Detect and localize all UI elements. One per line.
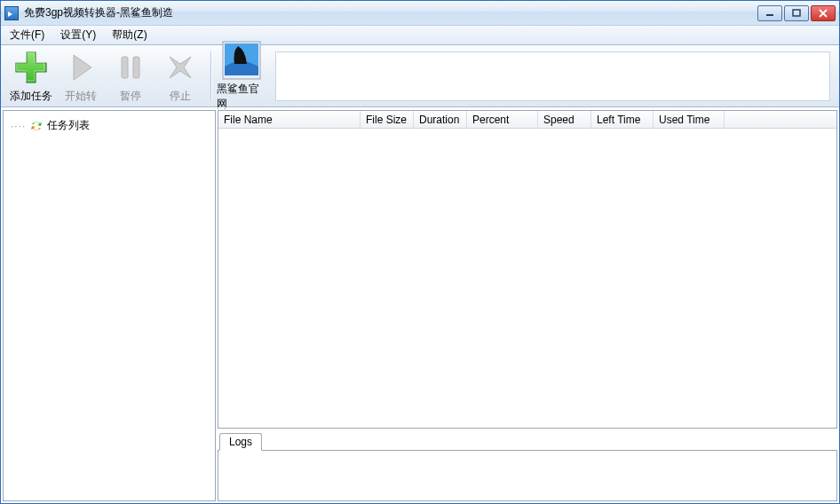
stop-icon xyxy=(161,48,200,87)
refresh-icon xyxy=(29,120,44,132)
official-site-button[interactable]: 黑鲨鱼官网 xyxy=(217,39,266,114)
main-area: ···· 任务列表 File Name File Size Duration P… xyxy=(1,107,839,503)
sidebar: ···· 任务列表 xyxy=(3,110,216,501)
toolbar: 添加任务 开始转 暂停 xyxy=(1,45,839,107)
start-button[interactable]: 开始转 xyxy=(56,46,106,106)
stop-label: 停止 xyxy=(170,89,191,104)
svg-rect-1 xyxy=(793,10,800,16)
window-controls xyxy=(757,5,836,21)
maximize-button[interactable] xyxy=(784,5,809,21)
start-label: 开始转 xyxy=(65,89,97,104)
svg-rect-0 xyxy=(766,14,773,16)
tree-row-task-list[interactable]: ···· 任务列表 xyxy=(7,116,211,135)
col-percent[interactable]: Percent xyxy=(467,111,538,128)
col-duration[interactable]: Duration xyxy=(414,111,467,128)
add-task-button[interactable]: 添加任务 xyxy=(6,46,56,106)
menu-settings[interactable]: 设置(Y) xyxy=(55,26,101,44)
pause-button[interactable]: 暂停 xyxy=(106,46,155,106)
minimize-icon xyxy=(765,9,774,18)
tree-connector: ···· xyxy=(11,120,26,132)
table-header: File Name File Size Duration Percent Spe… xyxy=(218,111,836,129)
col-file-name[interactable]: File Name xyxy=(218,111,361,128)
app-window: 免费3gp视频转换器-黑鲨鱼制造 文件(F) 设置(Y) 帮助(Z) xyxy=(0,0,840,504)
right-pane: File Name File Size Duration Percent Spe… xyxy=(218,110,837,501)
menu-help[interactable]: 帮助(Z) xyxy=(107,26,152,44)
col-file-size[interactable]: File Size xyxy=(361,111,414,128)
pause-label: 暂停 xyxy=(120,89,141,104)
task-table: File Name File Size Duration Percent Spe… xyxy=(218,110,837,429)
window-title: 免费3gp视频转换器-黑鲨鱼制造 xyxy=(24,5,757,20)
minimize-button[interactable] xyxy=(757,5,782,21)
tree-label-task-list: 任务列表 xyxy=(47,118,90,133)
stop-button[interactable]: 停止 xyxy=(155,46,205,106)
table-body[interactable] xyxy=(218,129,836,428)
menubar: 文件(F) 设置(Y) 帮助(Z) xyxy=(1,26,839,45)
logs-area: Logs xyxy=(218,432,837,501)
logs-tab-row: Logs xyxy=(218,432,837,450)
app-icon xyxy=(4,6,19,20)
pause-icon xyxy=(111,48,150,87)
logs-tab[interactable]: Logs xyxy=(219,433,262,451)
add-task-label: 添加任务 xyxy=(10,89,52,104)
close-button[interactable] xyxy=(811,5,836,21)
shark-icon xyxy=(222,41,261,80)
svg-rect-3 xyxy=(133,57,139,78)
svg-rect-2 xyxy=(122,57,128,78)
titlebar: 免费3gp视频转换器-黑鲨鱼制造 xyxy=(1,1,839,26)
logs-content[interactable] xyxy=(218,450,837,501)
menu-file[interactable]: 文件(F) xyxy=(4,26,50,44)
col-speed[interactable]: Speed xyxy=(538,111,591,128)
maximize-icon xyxy=(792,9,801,18)
close-icon xyxy=(819,9,828,18)
play-icon xyxy=(61,48,100,87)
toolbar-separator xyxy=(210,51,211,101)
banner-area xyxy=(275,51,830,101)
col-used-time[interactable]: Used Time xyxy=(654,111,725,128)
col-left-time[interactable]: Left Time xyxy=(591,111,654,128)
plus-icon xyxy=(12,48,51,87)
